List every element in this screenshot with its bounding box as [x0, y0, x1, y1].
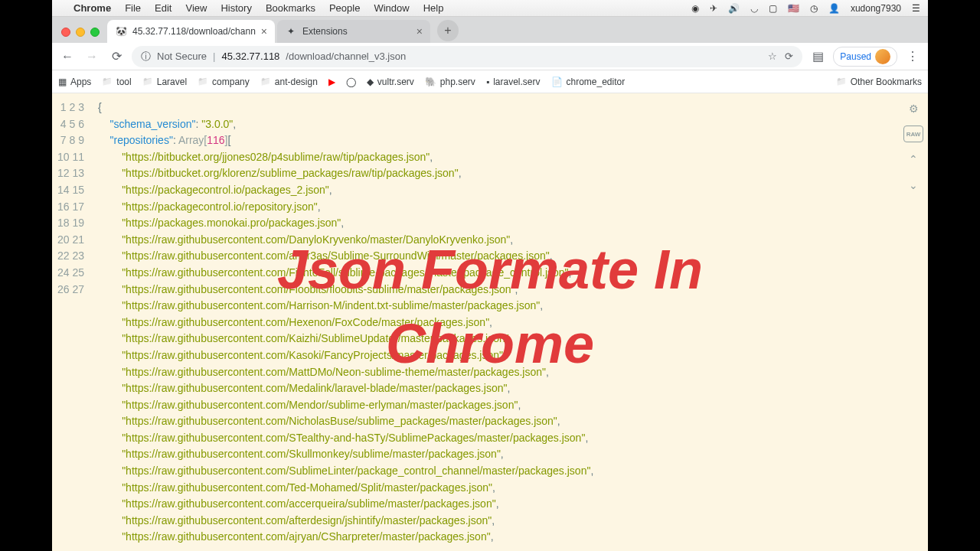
reload-button[interactable]: ⟳: [107, 47, 126, 66]
tab-title: Extensions: [302, 26, 348, 37]
security-status: Not Secure: [157, 51, 207, 62]
maximize-window-button[interactable]: [90, 28, 100, 37]
url-path: /download/channel_v3.json: [286, 51, 406, 62]
input-source-icon[interactable]: 🇺🇸: [788, 3, 799, 14]
star-bookmark-icon[interactable]: ☆: [768, 51, 777, 62]
bookmark-youtube-icon[interactable]: ▶: [328, 77, 335, 87]
close-window-button[interactable]: [61, 28, 70, 37]
status-icon[interactable]: ◉: [691, 3, 699, 14]
line-number-gutter: 1 2 3 4 5 6 7 8 9 10 11 12 13 14 15 16 1…: [52, 93, 92, 551]
menu-help[interactable]: Help: [423, 2, 444, 14]
bookmark-phpserv[interactable]: 🐘 php.serv: [425, 77, 475, 87]
menu-window[interactable]: Window: [374, 2, 409, 14]
bookmark-vultr[interactable]: ◆ vultr.serv: [367, 77, 414, 87]
info-icon[interactable]: ⓘ: [141, 50, 151, 64]
minimize-window-button[interactable]: [76, 28, 85, 37]
paused-label: Paused: [840, 51, 871, 62]
collapse-up-icon[interactable]: ⌃: [904, 150, 923, 168]
bookmarks-bar: ▦ Apps tool Laravel company ant-design ▶…: [52, 70, 928, 93]
window-controls: [58, 28, 107, 43]
browser-toolbar: ← → ⟳ ⓘ Not Secure | 45.32.77.118/downlo…: [52, 43, 928, 70]
bookmark-laravel[interactable]: Laravel: [142, 77, 187, 87]
new-tab-button[interactable]: +: [437, 20, 459, 41]
close-tab-icon[interactable]: ×: [416, 25, 423, 37]
menu-history[interactable]: History: [220, 2, 251, 14]
bookmark-antdesign[interactable]: ant-design: [260, 77, 318, 87]
bookmark-company[interactable]: company: [198, 77, 250, 87]
bookmark-chromeeditor[interactable]: 📄 chrome_editor: [551, 77, 626, 87]
menu-edit[interactable]: Edit: [155, 2, 172, 14]
macos-menubar: Chrome File Edit View History Bookmarks …: [52, 0, 928, 17]
other-bookmarks[interactable]: Other Bookmarks: [836, 77, 922, 87]
forward-button[interactable]: →: [83, 47, 101, 66]
raw-toggle-button[interactable]: RAW: [903, 126, 923, 142]
tab-title: 45.32.77.118/download/chann: [132, 26, 256, 37]
profile-paused-chip[interactable]: Paused: [833, 47, 897, 67]
expand-down-icon[interactable]: ⌄: [904, 176, 923, 194]
extension-favicon-icon: ✦: [285, 25, 297, 37]
user-icon[interactable]: 👤: [828, 3, 840, 14]
tab-favicon-icon: 🐼: [115, 25, 127, 37]
json-code[interactable]: { "schema_version": "3.0.0", "repositori…: [92, 93, 928, 551]
tab-json-page[interactable]: 🐼 45.32.77.118/download/chann ×: [107, 20, 275, 43]
control-center-icon[interactable]: ☰: [912, 3, 920, 14]
wifi-icon[interactable]: ◡: [750, 3, 758, 14]
tab-extensions[interactable]: ✦ Extensions ×: [277, 20, 430, 43]
chrome-menu-button[interactable]: ⋮: [903, 47, 922, 66]
menu-view[interactable]: View: [185, 2, 207, 14]
bookmark-github-icon[interactable]: ◯: [346, 77, 356, 87]
extensions-icon[interactable]: ▤: [808, 47, 827, 66]
bookmark-tool[interactable]: tool: [102, 77, 131, 87]
close-tab-icon[interactable]: ×: [261, 25, 267, 37]
location-icon[interactable]: ✈: [710, 3, 717, 14]
username[interactable]: xudong7930: [851, 3, 901, 14]
tab-strip: 🐼 45.32.77.118/download/chann × ✦ Extens…: [52, 17, 928, 43]
settings-gear-icon[interactable]: ⚙: [904, 99, 923, 118]
extension-action-icon[interactable]: ⟳: [785, 51, 793, 62]
profile-avatar-icon: [875, 49, 890, 64]
app-name[interactable]: Chrome: [74, 2, 111, 14]
json-viewer: 1 2 3 4 5 6 7 8 9 10 11 12 13 14 15 16 1…: [52, 93, 928, 551]
volume-icon[interactable]: 🔊: [728, 3, 740, 14]
menu-bookmarks[interactable]: Bookmarks: [266, 2, 315, 14]
back-button[interactable]: ←: [58, 47, 77, 66]
bookmark-laravelserv[interactable]: ▪ laravel.serv: [486, 77, 541, 87]
address-bar[interactable]: ⓘ Not Secure | 45.32.77.118/download/cha…: [132, 46, 802, 67]
url-host: 45.32.77.118: [221, 51, 279, 62]
clock-icon[interactable]: ◷: [810, 3, 818, 14]
menu-people[interactable]: People: [329, 2, 360, 14]
menu-file[interactable]: File: [125, 2, 141, 14]
bookmark-apps[interactable]: ▦ Apps: [58, 77, 91, 87]
battery-icon[interactable]: ▢: [769, 3, 777, 14]
